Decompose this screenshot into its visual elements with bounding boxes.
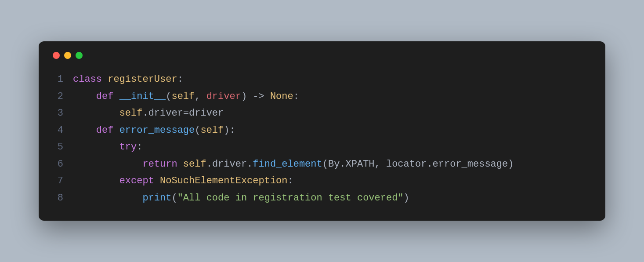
code-line: 3 self.driver=driver [51,105,593,122]
line-number: 4 [51,122,63,139]
code-line: 4 def error_message(self): [51,122,593,139]
minimize-icon[interactable] [64,52,71,59]
line-number: 1 [51,71,63,88]
code-line: 6 return self.driver.find_element(By.XPA… [51,156,593,173]
string-literal: "All code in registration test covered" [177,190,404,207]
keyword: except [119,173,154,190]
code-line: 7 except NoSuchElementException: [51,173,593,190]
code-line: 5 try: [51,139,593,156]
keyword: class [73,71,102,88]
keyword: def [96,88,114,106]
function-name: __init__ [119,88,166,106]
close-icon[interactable] [53,52,60,59]
code-block: 1 class registerUser: 2 def __init__(sel… [51,71,593,207]
line-number: 3 [51,105,63,122]
code-line: 1 class registerUser: [51,71,593,88]
function-name: error_message [119,122,195,139]
code-window: 1 class registerUser: 2 def __init__(sel… [39,41,605,221]
keyword: try [119,139,137,156]
line-number: 7 [51,173,63,190]
line-number: 5 [51,139,63,156]
traffic-lights [51,52,593,59]
keyword: return [142,156,177,173]
code-line: 8 print("All code in registration test c… [51,190,593,207]
maximize-icon[interactable] [76,52,83,59]
code-line: 2 def __init__(self, driver) -> None: [51,88,593,106]
line-number: 8 [51,190,63,207]
keyword: def [96,122,114,139]
line-number: 2 [51,88,63,106]
line-number: 6 [51,156,63,173]
class-name: registerUser [108,71,177,88]
